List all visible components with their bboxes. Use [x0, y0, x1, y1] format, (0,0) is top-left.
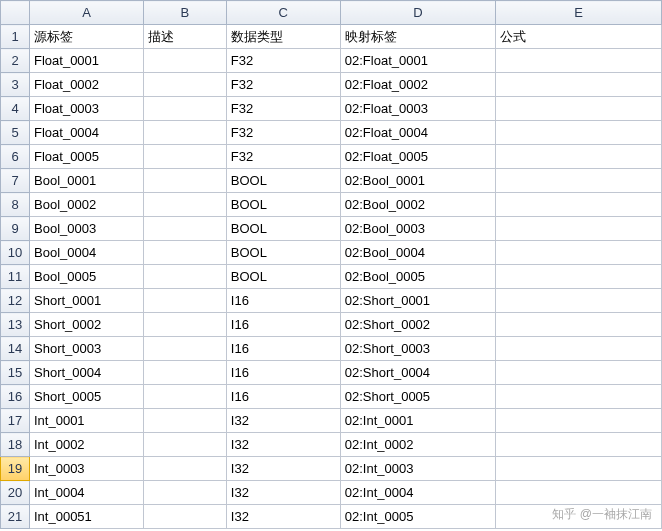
cell[interactable]	[496, 169, 662, 193]
row-header[interactable]: 9	[1, 217, 30, 241]
cell[interactable]	[143, 433, 226, 457]
cell[interactable]	[496, 457, 662, 481]
cell[interactable]: Short_0002	[30, 313, 144, 337]
cell[interactable]: 02:Float_0005	[340, 145, 495, 169]
cell[interactable]: I32	[226, 409, 340, 433]
cell[interactable]	[143, 193, 226, 217]
cell[interactable]: Bool_0003	[30, 217, 144, 241]
cell[interactable]	[143, 337, 226, 361]
cell[interactable]: Float_0004	[30, 121, 144, 145]
cell[interactable]: F32	[226, 121, 340, 145]
cell[interactable]	[143, 121, 226, 145]
cell[interactable]: 02:Int_0004	[340, 481, 495, 505]
cell[interactable]: Int_0002	[30, 433, 144, 457]
cell[interactable]	[496, 505, 662, 529]
cell[interactable]: Float_0003	[30, 97, 144, 121]
cell[interactable]: Short_0003	[30, 337, 144, 361]
row-header[interactable]: 7	[1, 169, 30, 193]
cell[interactable]	[143, 73, 226, 97]
cell[interactable]: 源标签	[30, 25, 144, 49]
cell[interactable]: F32	[226, 49, 340, 73]
cell[interactable]: Short_0004	[30, 361, 144, 385]
cell[interactable]	[143, 265, 226, 289]
cell[interactable]	[143, 361, 226, 385]
spreadsheet-grid[interactable]: A B C D E 1源标签描述数据类型映射标签公式2Float_0001F32…	[0, 0, 662, 529]
cell[interactable]: Bool_0005	[30, 265, 144, 289]
row-header[interactable]: 10	[1, 241, 30, 265]
col-header-A[interactable]: A	[30, 1, 144, 25]
row-header[interactable]: 11	[1, 265, 30, 289]
cell[interactable]: F32	[226, 73, 340, 97]
cell[interactable]: Int_00051	[30, 505, 144, 529]
cell[interactable]	[496, 481, 662, 505]
cell[interactable]	[143, 145, 226, 169]
cell[interactable]	[496, 49, 662, 73]
cell[interactable]: 02:Bool_0003	[340, 217, 495, 241]
cell[interactable]	[143, 241, 226, 265]
cell[interactable]: 02:Int_0005	[340, 505, 495, 529]
cell[interactable]	[143, 409, 226, 433]
cell[interactable]: 02:Float_0004	[340, 121, 495, 145]
cell[interactable]: 映射标签	[340, 25, 495, 49]
row-header[interactable]: 6	[1, 145, 30, 169]
cell[interactable]: I32	[226, 433, 340, 457]
cell[interactable]: F32	[226, 97, 340, 121]
cell[interactable]: 02:Bool_0004	[340, 241, 495, 265]
row-header[interactable]: 15	[1, 361, 30, 385]
cell[interactable]: 02:Short_0001	[340, 289, 495, 313]
cell[interactable]: I16	[226, 337, 340, 361]
cell[interactable]: BOOL	[226, 217, 340, 241]
row-header[interactable]: 16	[1, 385, 30, 409]
row-header[interactable]: 19	[1, 457, 30, 481]
cell[interactable]	[496, 241, 662, 265]
cell[interactable]	[143, 505, 226, 529]
row-header[interactable]: 3	[1, 73, 30, 97]
col-header-E[interactable]: E	[496, 1, 662, 25]
cell[interactable]	[496, 121, 662, 145]
cell[interactable]	[496, 289, 662, 313]
cell[interactable]: 02:Int_0002	[340, 433, 495, 457]
cell[interactable]: Float_0005	[30, 145, 144, 169]
cell[interactable]: I32	[226, 505, 340, 529]
cell[interactable]	[143, 481, 226, 505]
row-header[interactable]: 5	[1, 121, 30, 145]
row-header[interactable]: 8	[1, 193, 30, 217]
cell[interactable]	[496, 409, 662, 433]
cell[interactable]	[143, 97, 226, 121]
cell[interactable]: Int_0001	[30, 409, 144, 433]
cell[interactable]: 02:Float_0002	[340, 73, 495, 97]
cell[interactable]: I32	[226, 457, 340, 481]
cell[interactable]	[143, 49, 226, 73]
cell[interactable]	[496, 97, 662, 121]
cell[interactable]: Float_0002	[30, 73, 144, 97]
cell[interactable]: 02:Short_0005	[340, 385, 495, 409]
cell[interactable]: 公式	[496, 25, 662, 49]
cell[interactable]: 02:Int_0001	[340, 409, 495, 433]
cell[interactable]	[143, 385, 226, 409]
col-header-B[interactable]: B	[143, 1, 226, 25]
cell[interactable]	[496, 145, 662, 169]
cell[interactable]: I16	[226, 385, 340, 409]
cell[interactable]: I16	[226, 361, 340, 385]
cell[interactable]: 02:Bool_0002	[340, 193, 495, 217]
select-all-corner[interactable]	[1, 1, 30, 25]
row-header[interactable]: 1	[1, 25, 30, 49]
cell[interactable]: Float_0001	[30, 49, 144, 73]
cell[interactable]: Int_0003	[30, 457, 144, 481]
cell[interactable]: 02:Short_0002	[340, 313, 495, 337]
cell[interactable]: 描述	[143, 25, 226, 49]
row-header[interactable]: 17	[1, 409, 30, 433]
cell[interactable]: BOOL	[226, 193, 340, 217]
cell[interactable]: 02:Bool_0005	[340, 265, 495, 289]
cell[interactable]	[496, 193, 662, 217]
cell[interactable]	[496, 433, 662, 457]
cell[interactable]: I16	[226, 289, 340, 313]
col-header-C[interactable]: C	[226, 1, 340, 25]
cell[interactable]	[496, 217, 662, 241]
col-header-D[interactable]: D	[340, 1, 495, 25]
cell[interactable]: I16	[226, 313, 340, 337]
cell[interactable]: 02:Float_0001	[340, 49, 495, 73]
cell[interactable]: 02:Short_0003	[340, 337, 495, 361]
cell[interactable]	[143, 217, 226, 241]
cell[interactable]: BOOL	[226, 169, 340, 193]
